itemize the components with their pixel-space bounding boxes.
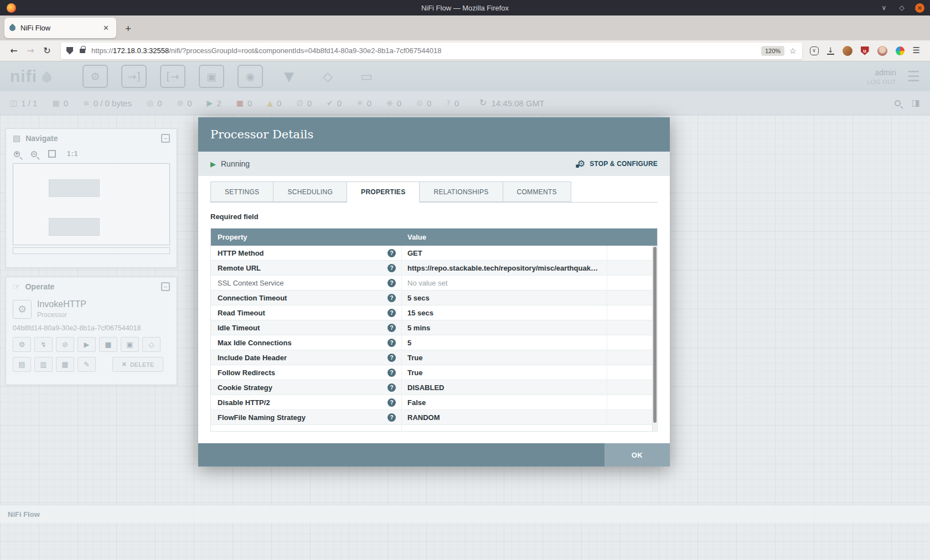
property-value[interactable]: 5 mins	[402, 320, 607, 335]
close-button[interactable]: ✕	[915, 3, 924, 13]
lock-icon[interactable]	[80, 49, 85, 53]
property-cell: Max Idle Connections?	[211, 335, 402, 350]
new-tab-button[interactable]: +	[125, 23, 131, 35]
property-name: Max Idle Connections	[218, 339, 388, 347]
help-icon[interactable]: ?	[388, 279, 396, 287]
property-name: Include Date Header	[218, 354, 388, 362]
property-row: Remote URL?https://repo.stackable.tech/r…	[211, 261, 657, 276]
property-row: HTTP Method?GET	[211, 246, 657, 261]
browser-tab[interactable]: NiFi Flow ✕	[4, 18, 116, 38]
ok-button[interactable]: OK	[604, 443, 670, 466]
property-name: Idle Timeout	[218, 324, 388, 332]
property-cell: HTTP Method?	[211, 246, 402, 260]
help-icon[interactable]: ?	[388, 324, 396, 332]
table-scrollbar[interactable]	[652, 246, 657, 431]
property-cell: Remote URL?	[211, 261, 402, 275]
tab-scheduling[interactable]: SCHEDULING	[273, 182, 347, 202]
browser-navbar: ← → ↻ https://172.18.0.3:32558/nifi/?pro…	[0, 40, 930, 61]
url-bar[interactable]: https://172.18.0.3:32558/nifi/?processGr…	[61, 43, 802, 59]
help-icon[interactable]: ?	[388, 398, 396, 407]
property-cell: Read Timeout?	[211, 305, 402, 320]
bookmark-star-icon[interactable]: ☆	[789, 47, 797, 55]
maximize-button[interactable]: ◇	[897, 4, 906, 11]
property-value[interactable]: False	[402, 395, 607, 409]
help-icon[interactable]: ?	[388, 309, 396, 317]
property-value[interactable]: No value set	[402, 276, 607, 290]
property-value[interactable]: 5 secs	[402, 291, 607, 305]
help-icon[interactable]: ?	[388, 339, 396, 347]
browser-tab-bar: NiFi Flow ✕ +	[0, 15, 930, 40]
property-column-header: Property	[211, 233, 402, 241]
property-extra-cell	[607, 350, 657, 365]
property-row: SSL Context Service?No value set	[211, 276, 657, 291]
url-scheme: https://	[91, 46, 113, 55]
property-cell: Disable HTTP/2?	[211, 395, 402, 409]
property-value[interactable]: True	[402, 350, 607, 365]
tab-favicon	[8, 24, 17, 33]
help-icon[interactable]: ?	[388, 369, 396, 377]
back-button[interactable]: ←	[6, 43, 22, 59]
tab-comments[interactable]: COMMENTS	[503, 182, 571, 202]
tab-relationships[interactable]: RELATIONSHIPS	[420, 182, 503, 202]
help-icon[interactable]: ?	[388, 354, 396, 362]
minimize-button[interactable]: ∨	[880, 4, 888, 11]
extension-icon-1[interactable]	[843, 46, 852, 56]
tab-settings[interactable]: SETTINGS	[210, 182, 273, 202]
property-value[interactable]: 15 secs	[402, 305, 607, 320]
property-row: Max Idle Connections?5	[211, 335, 657, 350]
stop-configure-label: STOP & CONFIGURE	[590, 160, 658, 168]
property-value[interactable]: RANDOM	[402, 410, 607, 424]
url-text[interactable]: https://172.18.0.3:32558/nifi/?processGr…	[91, 46, 761, 55]
property-extra-cell	[607, 335, 657, 350]
account-icon[interactable]	[877, 46, 887, 56]
property-value[interactable]: https://repo.stackable.tech/repository/m…	[402, 261, 607, 275]
browser-menu-button[interactable]: ☰	[913, 46, 920, 55]
dialog-body: SETTINGSSCHEDULINGPROPERTIESRELATIONSHIP…	[198, 176, 670, 443]
help-icon[interactable]: ?	[388, 383, 396, 392]
property-row-partial	[211, 425, 657, 432]
url-host: 172.18.0.3:32558	[113, 46, 169, 55]
property-name: Follow Redirects	[218, 369, 388, 377]
property-name: FlowFile Naming Strategy	[218, 413, 388, 422]
property-value[interactable]: True	[402, 365, 607, 380]
properties-rows: HTTP Method?GETRemote URL?https://repo.s…	[211, 246, 657, 432]
property-cell: Follow Redirects?	[211, 365, 402, 380]
window-titlebar: NiFi Flow — Mozilla Firefox ∨ ◇ ✕	[0, 0, 930, 15]
screen: NiFi Flow — Mozilla Firefox ∨ ◇ ✕ NiFi F…	[0, 0, 930, 560]
property-extra-cell	[607, 305, 657, 320]
property-value[interactable]: 5	[402, 335, 607, 350]
window-title: NiFi Flow — Mozilla Firefox	[0, 4, 930, 12]
table-scrollbar-thumb[interactable]	[653, 247, 657, 423]
reload-button[interactable]: ↻	[39, 43, 55, 59]
property-cell: SSL Context Service?	[211, 276, 402, 290]
dialog-footer: OK	[198, 443, 670, 466]
help-icon[interactable]: ?	[388, 294, 396, 302]
property-name: Cookie Strategy	[218, 383, 388, 392]
required-field-label: Required field	[210, 212, 658, 221]
property-extra-cell	[607, 365, 657, 380]
property-extra-cell	[607, 320, 657, 335]
tab-close-icon[interactable]: ✕	[101, 24, 111, 32]
firefox-logo-icon	[7, 3, 16, 13]
pocket-icon[interactable]: ∨	[810, 46, 819, 55]
tab-properties[interactable]: PROPERTIES	[347, 182, 420, 203]
property-row: Follow Redirects?True	[211, 365, 657, 380]
downloads-icon[interactable]: ↓	[827, 47, 834, 55]
property-value[interactable]: DISABLED	[402, 380, 607, 395]
help-icon[interactable]: ?	[388, 249, 396, 257]
property-row: Idle Timeout?5 mins	[211, 320, 657, 335]
property-name: Disable HTTP/2	[218, 398, 388, 407]
stop-and-configure-button[interactable]: ⚙ STOP & CONFIGURE	[577, 159, 658, 168]
extension-icon-2[interactable]	[896, 46, 905, 55]
tracking-protection-shield-icon[interactable]	[66, 47, 73, 55]
ublock-icon[interactable]: u	[861, 46, 869, 55]
dialog-title: Processor Details	[210, 128, 313, 141]
property-value[interactable]: GET	[402, 246, 607, 260]
property-row: FlowFile Naming Strategy?RANDOM	[211, 410, 657, 425]
zoom-level-badge[interactable]: 120%	[761, 46, 784, 56]
help-icon[interactable]: ?	[388, 264, 396, 272]
property-cell	[211, 425, 402, 432]
run-status-label: Running	[221, 159, 250, 168]
help-icon[interactable]: ?	[388, 413, 396, 422]
property-cell: Connection Timeout?	[211, 291, 402, 305]
